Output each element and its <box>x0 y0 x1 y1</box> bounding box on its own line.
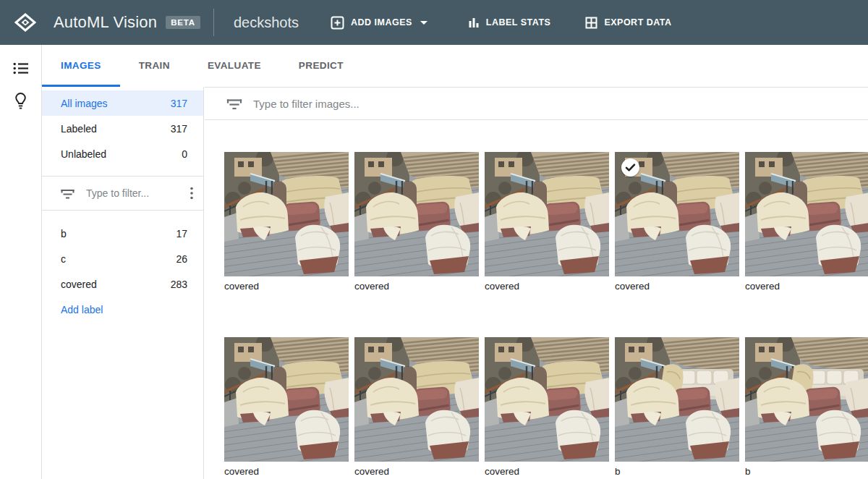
labeled-count: 317 <box>171 123 187 135</box>
all-images-label: All images <box>61 98 108 109</box>
automl-vision-logo-icon <box>14 13 36 32</box>
image-thumbnail[interactable] <box>354 152 479 276</box>
tab-predict[interactable]: PREDICT <box>280 45 362 87</box>
dataset-tabs: IMAGES TRAIN EVALUATE PREDICT <box>42 45 868 87</box>
image-thumbnail[interactable] <box>615 152 739 276</box>
label-row-covered[interactable]: covered 283 <box>42 271 203 297</box>
label-count: 26 <box>176 253 187 265</box>
label-row-c[interactable]: c 26 <box>42 246 203 271</box>
image-thumbnail[interactable] <box>615 337 739 462</box>
unlabeled-label: Unlabeled <box>61 148 106 160</box>
image-tile: covered <box>485 337 609 477</box>
unlabeled-count: 0 <box>182 148 187 160</box>
image-label: b <box>615 466 739 477</box>
add-box-icon <box>331 16 344 30</box>
image-tile: b <box>615 337 739 477</box>
image-thumbnail[interactable] <box>354 337 479 462</box>
labels-sidebar: All images 317 Labeled 317 Unlabeled 0 <box>42 87 204 479</box>
header-divider <box>213 9 214 36</box>
image-tile: covered <box>224 337 349 477</box>
image-filter-bar <box>205 87 868 120</box>
image-tile: covered <box>224 152 349 292</box>
filter-icon <box>61 187 75 200</box>
image-tile: covered <box>615 152 739 292</box>
table-grid-icon <box>585 17 597 29</box>
image-tile: covered <box>354 337 479 477</box>
image-tile: covered <box>485 152 609 292</box>
image-tile: b <box>745 337 868 477</box>
image-thumbnail[interactable] <box>745 152 868 276</box>
dataset-list-icon[interactable] <box>13 62 29 75</box>
add-images-label: ADD IMAGES <box>351 17 412 27</box>
image-browser: coveredcoveredcoveredcoveredcoveredcover… <box>205 87 868 479</box>
add-label-link[interactable]: Add label <box>42 297 203 322</box>
label-stats-label: LABEL STATS <box>486 17 551 27</box>
image-label: covered <box>224 281 349 292</box>
image-label: covered <box>354 281 479 292</box>
filter-icon <box>226 97 242 111</box>
image-label: covered <box>485 466 609 477</box>
sidebar-item-all-images[interactable]: All images 317 <box>42 90 203 116</box>
left-rail <box>0 45 42 479</box>
image-thumbnail[interactable] <box>745 337 868 462</box>
label-filter-row <box>42 176 203 211</box>
label-filter-input[interactable] <box>86 187 173 199</box>
label-name: b <box>61 228 67 240</box>
dataset-name: deckshots <box>234 14 299 31</box>
export-data-label: EXPORT DATA <box>604 17 671 27</box>
label-name: c <box>61 253 66 265</box>
more-options-icon[interactable] <box>190 187 193 200</box>
sidebar-item-unlabeled[interactable]: Unlabeled 0 <box>42 141 203 166</box>
label-count: 283 <box>171 279 187 290</box>
image-tile: covered <box>354 152 479 292</box>
sidebar-item-labeled[interactable]: Labeled 317 <box>42 116 203 141</box>
label-list: b 17 c 26 covered 283 Add label <box>42 221 203 322</box>
add-images-button[interactable]: ADD IMAGES <box>331 16 427 30</box>
image-thumbnail[interactable] <box>224 152 349 276</box>
tab-train[interactable]: TRAIN <box>120 45 189 87</box>
chevron-down-icon <box>420 21 427 25</box>
page-title: AutoML Vision <box>54 13 157 32</box>
image-label: covered <box>224 466 349 477</box>
label-count: 17 <box>176 228 187 240</box>
bar-chart-icon <box>468 17 480 28</box>
label-row-b[interactable]: b 17 <box>42 221 203 246</box>
image-label: covered <box>485 281 609 292</box>
beta-badge: BETA <box>166 16 200 29</box>
tab-evaluate[interactable]: EVALUATE <box>189 45 280 87</box>
image-tile: covered <box>745 152 868 292</box>
app-header: AutoML Vision BETA deckshots ADD IMAGES … <box>0 0 868 45</box>
labeled-label: Labeled <box>61 123 97 135</box>
image-filter-input[interactable] <box>253 98 615 110</box>
lightbulb-icon[interactable] <box>14 92 27 110</box>
image-label: covered <box>745 281 868 292</box>
image-thumbnail[interactable] <box>485 337 609 462</box>
tab-images[interactable]: IMAGES <box>42 45 120 87</box>
image-thumbnail[interactable] <box>485 152 609 276</box>
image-label: covered <box>354 466 479 477</box>
label-name: covered <box>61 279 97 290</box>
image-label: covered <box>615 281 739 292</box>
export-data-button[interactable]: EXPORT DATA <box>585 17 671 29</box>
image-thumbnail[interactable] <box>224 337 349 462</box>
image-grid: coveredcoveredcoveredcoveredcoveredcover… <box>224 152 868 477</box>
label-stats-button[interactable]: LABEL STATS <box>468 17 551 28</box>
all-images-count: 317 <box>171 98 187 109</box>
image-label: b <box>745 466 868 477</box>
selected-check-badge[interactable] <box>621 158 639 177</box>
